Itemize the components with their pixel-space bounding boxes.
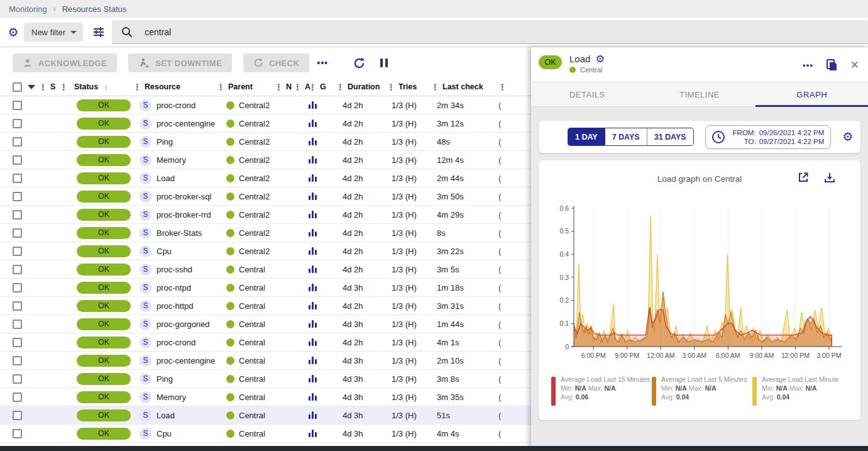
parent-name[interactable]: Central2 [239,137,270,147]
pause-refresh-button[interactable] [380,58,388,67]
resource-name[interactable]: proc-centengine [157,356,215,365]
drag-handle-icon[interactable]: ⋮ [39,83,47,91]
column-header-resource[interactable]: ⋮ Resource [133,78,217,96]
column-header-status[interactable]: ⋮ Status ↑ [60,78,133,96]
resource-name[interactable]: proc-centengine [157,119,215,128]
open-graph-button[interactable] [798,172,809,183]
graph-chart-icon[interactable] [309,393,317,401]
graph-chart-icon[interactable] [309,156,317,164]
set-downtime-button[interactable]: SET DOWNTIME [128,53,232,72]
table-row[interactable]: OK S proc-sshd Central 4d 2h 1/3 (H) 3m … [0,260,531,279]
drag-handle-icon[interactable]: ⋮ [133,83,141,91]
graph-chart-icon[interactable] [309,302,317,309]
from-value[interactable]: 09/26/2021 4:22 PM [759,129,825,136]
column-header-g[interactable]: ⋮ G [309,78,325,96]
parent-name[interactable]: Central [239,356,265,365]
table-row[interactable]: OK S Cpu Central2 4d 2h 1/3 (H) 3m 22s ( [0,242,531,260]
resource-name[interactable]: proc-broker-rrd [157,210,211,220]
row-checkbox[interactable] [13,192,22,201]
drag-handle-icon[interactable]: ⋮ [275,83,283,91]
advanced-filter-button[interactable] [91,26,107,38]
row-checkbox[interactable] [13,374,22,384]
to-value[interactable]: 09/27/2021 4:22 PM [759,138,825,145]
table-row[interactable]: OK S proc-broker-rrd Central2 4d 2h 1/3 … [0,206,531,224]
refresh-list-button[interactable] [353,57,365,69]
row-checkbox[interactable] [13,155,22,165]
drag-handle-icon[interactable]: ⋮ [387,83,395,91]
table-row[interactable]: OK S proc-crond Central 4d 2h 1/3 (H) 4m… [0,333,531,352]
resource-settings-button[interactable]: ⚙ [595,54,604,64]
search-input[interactable]: central [112,20,868,44]
row-checkbox[interactable] [13,247,22,256]
copy-link-button[interactable] [826,59,838,72]
tab-timeline[interactable]: TIMELINE [644,82,756,106]
legend-item[interactable]: Average Load Last 5 MinutesMin: N/A Max:… [652,376,752,406]
graph-chart-icon[interactable] [309,174,317,182]
graph-chart-icon[interactable] [309,247,317,255]
column-header-n[interactable]: ⋮ N [275,78,294,96]
parent-name[interactable]: Central [239,374,265,384]
load-chart[interactable]: 00.10.20.30.40.50.66:00 PM9:00 PM12:00 A… [546,203,853,373]
parent-name[interactable]: Central [239,429,265,438]
resource-name[interactable]: Ping [157,374,173,384]
row-checkbox[interactable] [13,356,22,365]
row-checkbox[interactable] [13,301,22,311]
graph-chart-icon[interactable] [309,229,317,237]
legend-item[interactable]: Average Load Last 15 MinutesMin: N/A Max… [551,376,652,406]
resource-name[interactable]: Broker-Stats [157,228,202,238]
resource-name[interactable]: Cpu [157,429,172,438]
graph-settings-button[interactable]: ⚙ [842,131,853,143]
parent-name[interactable]: Central [239,411,265,420]
graph-chart-icon[interactable] [309,211,317,218]
graph-chart-icon[interactable] [309,411,317,419]
horizontal-scrollbar[interactable] [0,446,868,451]
tab-graph[interactable]: GRAPH [755,82,868,106]
parent-name[interactable]: Central2 [239,155,270,165]
drag-handle-icon[interactable]: ⋮ [498,83,507,91]
table-row[interactable]: OK S Load Central 4d 3h 1/3 (H) 51s ( [0,406,531,425]
drag-handle-icon[interactable]: ⋮ [336,83,344,91]
drag-handle-icon[interactable]: ⋮ [309,83,317,91]
selection-dropdown-icon[interactable] [28,85,35,89]
resource-name[interactable]: Load [157,174,175,183]
table-row[interactable]: OK S Cpu Central 4d 3h 1/3 (H) 4m 4s ( [0,425,531,443]
column-header-a[interactable]: ⋮ A [294,78,309,96]
table-row[interactable]: OK S Memory Central2 4d 2h 1/3 (H) 12m 4… [0,151,531,169]
graph-chart-icon[interactable] [309,120,317,127]
close-panel-button[interactable]: ✕ [850,58,859,72]
column-header-severity[interactable]: ⋮ S [39,78,60,96]
row-checkbox[interactable] [13,210,22,220]
parent-name[interactable]: Central2 [239,228,270,238]
row-checkbox[interactable] [13,137,22,147]
tab-details[interactable]: DETAILS [531,82,644,106]
row-checkbox[interactable] [13,411,22,420]
export-graph-button[interactable] [824,172,835,183]
resource-name[interactable]: Load [157,411,175,420]
row-checkbox[interactable] [13,101,22,110]
parent-name[interactable]: Central2 [239,210,270,220]
acknowledge-button[interactable]: ACKNOWLEDGE [13,53,117,72]
time-range-1-day[interactable]: 1 DAY [568,128,606,146]
sort-asc-icon[interactable]: ↑ [104,82,108,92]
custom-time-period[interactable]: FROM: 09/26/2021 4:22 PM TO: 09/27/2021 … [705,125,832,149]
parent-name[interactable]: Central [239,301,265,311]
parent-name[interactable]: Central [239,283,265,292]
time-range-31-days[interactable]: 31 DAYS [647,128,693,145]
table-row[interactable]: OK S proc-httpd Central 4d 2h 1/3 (H) 3m… [0,297,531,315]
graph-chart-icon[interactable] [309,375,317,382]
table-row[interactable]: OK S proc-gorgoned Central 4d 3h 1/3 (H)… [0,315,531,333]
table-row[interactable]: OK S Load Central2 4d 2h 1/3 (H) 2m 44s … [0,169,531,187]
table-row[interactable]: OK S proc-broker-sql Central2 4d 2h 1/3 … [0,187,531,206]
table-row[interactable]: OK S Ping Central2 4d 2h 1/3 (H) 48s ( [0,133,531,151]
drag-handle-icon[interactable]: ⋮ [60,83,68,91]
resource-name[interactable]: proc-gorgoned [157,320,210,329]
row-checkbox[interactable] [13,283,22,292]
column-header-information[interactable]: ⋮ [497,78,531,96]
graph-chart-icon[interactable] [309,357,317,364]
row-checkbox[interactable] [13,174,22,183]
column-header-last-check[interactable]: ⋮ Last check [431,78,497,96]
select-all-checkbox[interactable] [13,82,22,92]
resource-name[interactable]: Memory [157,393,186,402]
resource-name[interactable]: proc-sshd [157,265,192,274]
drag-handle-icon[interactable]: ⋮ [431,83,439,91]
